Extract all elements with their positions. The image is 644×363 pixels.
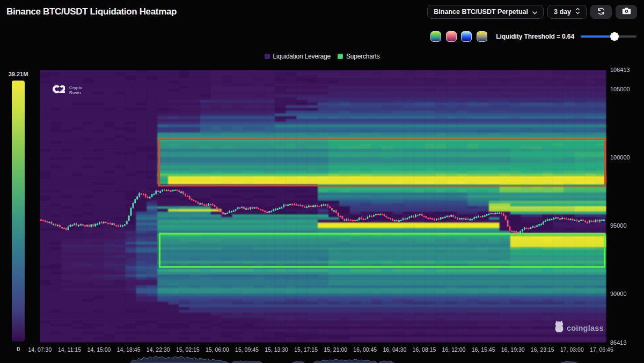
time-tick: 15, 02:15 [176, 346, 200, 353]
interval-select[interactable]: 3 day [547, 5, 587, 19]
time-tick: 14, 18:45 [117, 346, 141, 353]
heatmap-canvas[interactable] [40, 70, 606, 343]
price-tick: 100000 [610, 154, 630, 161]
threshold-label: Liquidity Threshold = 0.64 [496, 33, 574, 40]
crypto-rover-logo-icon [53, 85, 65, 96]
time-tick: 16, 12:00 [442, 346, 466, 353]
time-tick: 16, 08:15 [413, 346, 436, 353]
price-tick: 95000 [610, 222, 627, 229]
refresh-icon [597, 7, 605, 17]
coinglass-watermark: coinglass [554, 321, 604, 335]
colormap-green-swatch[interactable] [430, 31, 441, 42]
legend-liquidation-leverage[interactable]: Liquidation Leverage [265, 53, 331, 60]
time-tick: 16, 04:30 [383, 346, 406, 353]
toolbar-top: Binance BTC/USDT Perpetual 3 day [427, 5, 637, 19]
time-tick: 15, 13:30 [265, 346, 288, 353]
threshold-slider[interactable] [581, 32, 636, 41]
colorbar [12, 81, 25, 342]
colormap-yellow-swatch[interactable] [477, 31, 487, 42]
symbol-select-value: Binance BTC/USDT Perpetual [434, 8, 528, 16]
symbol-select[interactable]: Binance BTC/USDT Perpetual [427, 5, 544, 19]
time-tick: 16, 23:15 [531, 346, 554, 353]
slider-knob[interactable] [610, 32, 619, 41]
interval-select-value: 3 day [554, 8, 571, 16]
colorbar-max-label: 39.21M [0, 71, 36, 77]
time-tick: 15, 21:00 [324, 346, 347, 353]
time-tick: 17, 06:45 [590, 346, 613, 353]
price-tick: 86413 [610, 339, 627, 346]
page-title: Binance BTC/USDT Liquidation Heatmap [6, 6, 177, 17]
navigator-strip[interactable] [0, 353, 644, 363]
colormap-red-swatch[interactable] [446, 31, 457, 42]
legend-label: Liquidation Leverage [273, 53, 331, 60]
caret-down-icon [532, 7, 537, 17]
time-tick: 14, 22:30 [147, 346, 170, 353]
legend-supercharts[interactable]: Supercharts [338, 53, 380, 60]
time-tick: 17, 03:00 [560, 346, 584, 353]
legend-label: Supercharts [346, 53, 380, 60]
time-tick: 14, 11:15 [58, 346, 81, 353]
refresh-button[interactable] [590, 5, 612, 19]
slider-fill [581, 35, 614, 38]
coinglass-label: coinglass [567, 324, 604, 332]
time-tick: 15, 17:15 [294, 346, 318, 353]
toolbar-colormap: Liquidity Threshold = 0.64 [430, 31, 639, 42]
liquidation-heatmap-app: Binance BTC/USDT Liquidation Heatmap Bin… [0, 0, 644, 363]
legend-swatch-green [338, 54, 343, 59]
time-tick: 16, 15:45 [472, 346, 495, 353]
crypto-rover-watermark: CryptoRover [53, 85, 83, 96]
crypto-rover-label-line2: Rover [69, 90, 81, 95]
time-tick: 14, 07:30 [28, 346, 52, 353]
screenshot-button[interactable] [616, 5, 637, 19]
price-tick: 106413 [610, 67, 630, 73]
crypto-rover-label-line1: Crypto [69, 85, 83, 90]
price-tick: 105000 [610, 86, 630, 92]
colormap-blue-swatch[interactable] [461, 31, 472, 42]
chart-legend: Liquidation Leverage Supercharts [0, 53, 644, 60]
time-tick: 15, 06:00 [206, 346, 229, 353]
time-tick: 14, 15:00 [87, 346, 111, 353]
price-tick: 90000 [610, 291, 627, 297]
chevron-up-down-icon [575, 7, 580, 17]
crypto-rover-label: CryptoRover [69, 85, 83, 95]
legend-swatch-purple [265, 54, 270, 59]
time-tick: 16, 19:30 [501, 346, 525, 353]
time-tick: 15, 09:45 [235, 346, 259, 353]
time-tick: 16, 00:45 [353, 346, 377, 353]
coinglass-logo-icon [554, 321, 564, 335]
camera-icon [622, 7, 631, 17]
